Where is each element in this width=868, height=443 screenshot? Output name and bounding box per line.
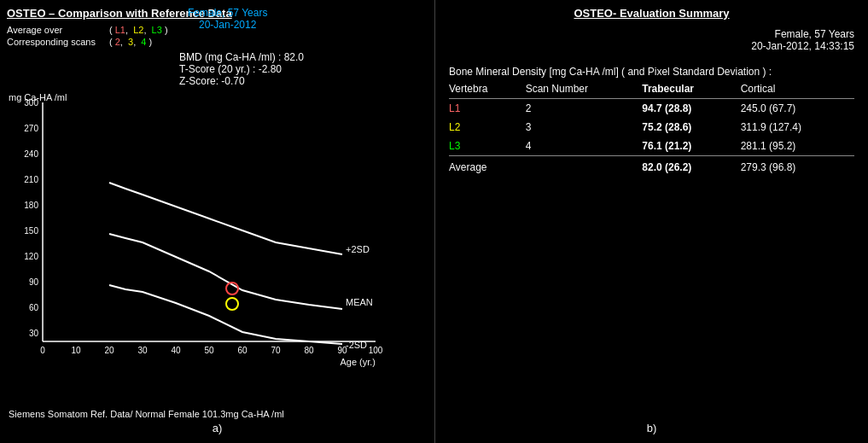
l2-label: L2 xyxy=(133,25,143,35)
l2-trabecular: 75.2 (28.6) xyxy=(642,118,740,137)
zscore-label: Z-Score: -0.70 xyxy=(179,75,304,87)
right-patient-info: Female, 57 Years 20-Jan-2012, 14:33:15 xyxy=(449,28,854,52)
chart-svg: 300 270 240 210 180 150 120 90 60 30 0 1… xyxy=(9,94,384,376)
l3-label: L3 xyxy=(152,25,162,35)
svg-text:80: 80 xyxy=(304,346,314,355)
svg-text:120: 120 xyxy=(24,252,38,261)
scans-values: ( 2, 3, 4 ) xyxy=(109,37,152,47)
col-trabecular: Trabecular xyxy=(642,81,740,99)
left-panel-label: a) xyxy=(213,422,223,434)
bottom-note: Siemens Somatom Ref. Data/ Normal Female… xyxy=(9,409,284,419)
svg-text:20: 20 xyxy=(104,346,114,355)
svg-text:+2SD: +2SD xyxy=(346,244,370,254)
svg-text:90: 90 xyxy=(29,277,39,287)
scan3-label: 4 xyxy=(141,37,146,47)
l2-cortical: 311.9 (127.4) xyxy=(741,118,854,137)
bmd-table: Vertebra Scan Number Trabecular Cortical… xyxy=(449,81,854,177)
left-patient-gender-age: Female, 57 Years xyxy=(188,7,267,19)
table-row-average: Average 82.0 (26.2) 279.3 (96.8) xyxy=(449,156,854,178)
left-patient-info: Female, 57 Years 20-Jan-2012 xyxy=(188,7,267,31)
scan2-label: 3 xyxy=(128,37,133,47)
l3-trabecular: 76.1 (21.2) xyxy=(642,137,740,156)
l3-scan: 4 xyxy=(526,137,643,156)
svg-text:MEAN: MEAN xyxy=(346,297,373,307)
average-label: Average xyxy=(449,156,526,178)
right-patient-datetime: 20-Jan-2012, 14:33:15 xyxy=(449,40,854,52)
col-scan: Scan Number xyxy=(526,81,643,99)
average-trabecular: 82.0 (26.2) xyxy=(642,156,740,178)
scan1-label: 2 xyxy=(115,37,120,47)
right-patient-gender-age: Female, 57 Years xyxy=(449,28,854,40)
table-row-l3: L3 4 76.1 (21.2) 281.1 (95.2) xyxy=(449,137,854,156)
svg-text:Age (yr.): Age (yr.) xyxy=(340,357,376,367)
svg-text:-2SD: -2SD xyxy=(346,340,367,350)
right-panel: OSTEO- Evaluation Summary Female, 57 Yea… xyxy=(435,0,868,443)
table-row-l1: L1 2 94.7 (28.8) 245.0 (67.7) xyxy=(449,99,854,119)
l1-cortical: 245.0 (67.7) xyxy=(741,99,854,119)
svg-text:70: 70 xyxy=(271,346,281,355)
svg-text:300: 300 xyxy=(24,98,38,108)
svg-text:180: 180 xyxy=(24,201,38,210)
right-title: OSTEO- Evaluation Summary xyxy=(449,7,854,20)
l3-vertebra: L3 xyxy=(449,137,526,156)
chart-area: 300 270 240 210 180 150 120 90 60 30 0 1… xyxy=(9,94,384,376)
yellow-data-point xyxy=(226,298,238,310)
l1-trabecular: 94.7 (28.8) xyxy=(642,99,740,119)
svg-text:150: 150 xyxy=(24,226,38,236)
average-values: ( L1, L2, L3 ) xyxy=(109,25,168,35)
l2-scan: 3 xyxy=(526,118,643,137)
svg-text:30: 30 xyxy=(29,329,39,338)
svg-text:60: 60 xyxy=(29,303,39,312)
average-scan xyxy=(526,156,643,178)
bmd-info: BMD (mg Ca-HA /ml) : 82.0 T-Score (20 yr… xyxy=(179,51,304,87)
svg-text:10: 10 xyxy=(71,346,81,355)
scans-label: Corresponding scans xyxy=(7,37,109,47)
table-row-l2: L2 3 75.2 (28.6) 311.9 (127.4) xyxy=(449,118,854,137)
l1-vertebra: L1 xyxy=(449,99,526,119)
right-panel-label: b) xyxy=(647,422,657,434)
svg-text:240: 240 xyxy=(24,149,38,159)
tscore-label: T-Score (20 yr.) : -2.80 xyxy=(179,63,304,75)
left-panel: OSTEO – Comparison with Reference Data A… xyxy=(0,0,435,443)
average-cortical: 279.3 (96.8) xyxy=(741,156,854,178)
svg-text:60: 60 xyxy=(237,346,248,355)
svg-text:270: 270 xyxy=(24,124,38,133)
svg-text:0: 0 xyxy=(40,346,45,355)
bmd-label: BMD (mg Ca-HA /ml) : 82.0 xyxy=(179,51,304,63)
svg-text:100: 100 xyxy=(369,346,383,355)
average-label: Average over xyxy=(7,25,109,35)
l1-label: L1 xyxy=(115,25,125,35)
l3-cortical: 281.1 (95.2) xyxy=(741,137,854,156)
svg-text:30: 30 xyxy=(137,346,148,355)
col-vertebra: Vertebra xyxy=(449,81,526,99)
col-cortical: Cortical xyxy=(741,81,854,99)
svg-text:210: 210 xyxy=(24,175,38,184)
svg-text:40: 40 xyxy=(171,346,181,355)
l2-vertebra: L2 xyxy=(449,118,526,137)
table-header-row: Vertebra Scan Number Trabecular Cortical xyxy=(449,81,854,99)
bmd-section-title: Bone Mineral Density [mg Ca-HA /ml] ( an… xyxy=(449,66,854,78)
l1-scan: 2 xyxy=(526,99,643,119)
svg-text:50: 50 xyxy=(204,346,214,355)
left-patient-date: 20-Jan-2012 xyxy=(188,19,267,31)
